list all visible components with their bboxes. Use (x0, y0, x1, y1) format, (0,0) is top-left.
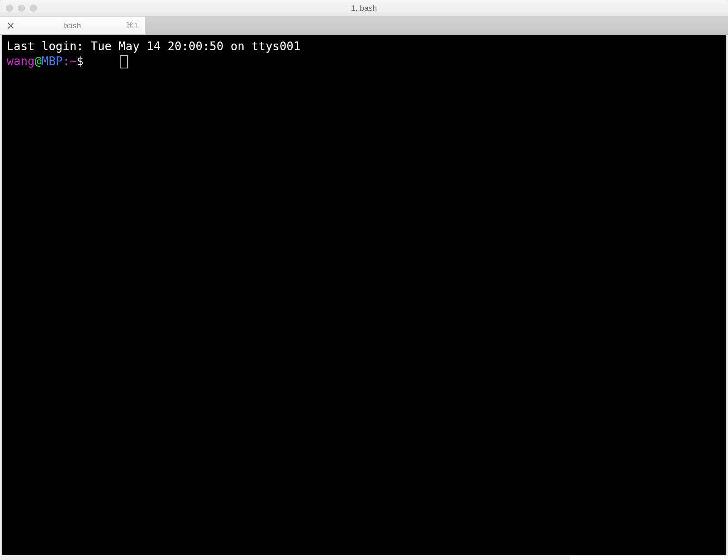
prompt-at: @ (34, 54, 42, 69)
prompt-user: wang (7, 54, 34, 69)
traffic-lights (6, 5, 37, 12)
minimize-window-button[interactable] (18, 5, 25, 12)
tab-bash[interactable]: bash ⌘1 (0, 17, 145, 34)
terminal-content[interactable]: Last login: Tue May 14 20:00:50 on ttys0… (2, 35, 726, 555)
prompt-dollar: $ (77, 54, 91, 69)
last-login-line: Last login: Tue May 14 20:00:50 on ttys0… (7, 39, 721, 54)
tab-shortcut: ⌘1 (126, 21, 138, 30)
window-title: 1. bash (351, 4, 377, 13)
prompt-host: MBP (42, 54, 63, 69)
tab-bar: bash ⌘1 (0, 17, 728, 35)
cursor (120, 55, 128, 68)
titlebar[interactable]: 1. bash (0, 0, 728, 17)
prompt-colon: : (63, 54, 70, 69)
maximize-window-button[interactable] (30, 5, 37, 12)
tab-label: bash (64, 21, 81, 30)
terminal-window: 1. bash bash ⌘1 Last login: Tue May 14 2… (0, 0, 728, 560)
close-window-button[interactable] (6, 5, 13, 12)
prompt-line: wang@MBP:~$ (7, 54, 721, 69)
horizontal-scrollbar[interactable] (570, 556, 728, 560)
prompt-cwd: ~ (70, 54, 77, 69)
close-icon (8, 23, 14, 29)
close-tab-button[interactable] (7, 22, 15, 30)
